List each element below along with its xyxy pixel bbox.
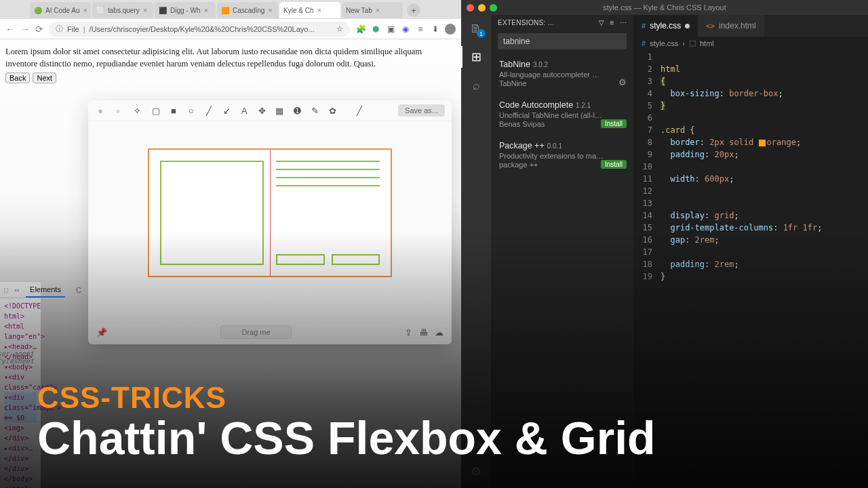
gear-icon[interactable]: ⚙ (618, 77, 627, 87)
tab-label: index.html (719, 21, 756, 30)
close-icon[interactable]: × (143, 6, 147, 14)
pin-icon[interactable]: 📌 (96, 327, 107, 338)
info-icon: ⓘ (56, 24, 63, 34)
extension-item[interactable]: Package ++0.0.1 Productivity extensions … (491, 134, 633, 174)
panel-title: EXTENSIONS: … (498, 19, 593, 26)
extension-author: TabNine (499, 79, 627, 87)
video-title-overlay: CSS-TRICKS Chattin' CSS Flexbox & Grid (37, 381, 656, 461)
mask-icon[interactable]: ▦ (274, 105, 285, 116)
share-icon[interactable]: ⇪ (405, 327, 412, 338)
install-button[interactable]: Install (601, 160, 627, 169)
tab-console[interactable]: C (72, 283, 85, 297)
extension-icon[interactable]: ⬢ (370, 24, 381, 35)
extension-icon[interactable]: ◉ (400, 24, 411, 35)
dom-line: ▸<div>…</div> (4, 443, 37, 464)
code-area[interactable]: 12345678910111213141516171819 html { box… (633, 49, 868, 488)
pencil-icon[interactable]: ╱ (354, 105, 365, 116)
dom-line: </div> (4, 433, 37, 443)
devtools-dom-tree[interactable]: <!DOCTYPE html> <html lang="en"> ▸<head>… (0, 298, 41, 488)
screenshot-tool-window: ● ● ⟡ ▢ ■ ○ ╱ ↙ A ✥ ▦ ➊ ✎ ✿ ╱ Save as... (88, 100, 452, 344)
browser-tab[interactable]: 🟢AI Code Au× (30, 2, 91, 18)
address-field[interactable]: ⓘ File | /Users/chriscoyier/Desktop/Kyle… (49, 22, 350, 37)
extension-icon[interactable]: ≡ (415, 24, 426, 35)
browser-tab[interactable]: 🟧Cascading× (217, 2, 278, 18)
filled-square-icon[interactable]: ■ (168, 105, 179, 116)
device-icon[interactable]: ▭ (15, 286, 19, 293)
dom-line: ▾<div class="image"> == $0 (4, 392, 37, 423)
tab-favicon: 🟢 (34, 7, 42, 14)
crop-icon[interactable]: ⟡ (132, 105, 142, 116)
gear-icon[interactable]: ✿ (327, 105, 338, 116)
extensions-icon[interactable]: ⊞ (468, 49, 484, 65)
dot-icon[interactable]: ● (113, 105, 123, 116)
dom-line: <img> (4, 423, 37, 433)
circle-icon[interactable]: ○ (186, 105, 197, 116)
minimize-window-button[interactable] (478, 4, 486, 12)
brush-icon[interactable]: ✎ (309, 105, 320, 116)
forward-button[interactable]: → (20, 24, 30, 35)
drag-handle[interactable]: Drag me (220, 325, 291, 339)
close-icon[interactable]: × (83, 6, 87, 14)
close-icon[interactable]: × (376, 6, 380, 14)
extension-icon[interactable]: 🧩 (355, 24, 366, 35)
install-button[interactable]: Install (601, 119, 627, 128)
dot-icon[interactable]: ● (95, 105, 106, 116)
back-button[interactable]: ← (5, 24, 15, 35)
browser-tab[interactable]: ⬜tabs.query× (92, 2, 153, 18)
tab-label: Kyle & Ch (283, 7, 313, 14)
tab-label: Digg - Wh (170, 7, 200, 14)
editor-tab[interactable]: <> index.html (698, 15, 764, 37)
css-file-icon: # (642, 39, 646, 47)
tab-elements[interactable]: Elements (26, 283, 65, 298)
filter-icon[interactable]: ▽ (599, 19, 604, 26)
extensions-header: EXTENSIONS: … ▽ ≡ ⋯ (491, 15, 633, 30)
explorer-icon[interactable]: 🗎1 (468, 20, 484, 37)
preview-line (276, 169, 380, 170)
editor-tab-active[interactable]: # style.css (633, 15, 698, 37)
browser-tab[interactable]: New Tab× (342, 2, 403, 18)
next-button[interactable]: Next (33, 73, 56, 83)
breadcrumb-item: html (700, 39, 714, 47)
cloud-icon[interactable]: ☁ (435, 327, 443, 338)
star-icon[interactable]: ☆ (336, 24, 343, 33)
extensions-search-input[interactable] (498, 33, 627, 49)
square-icon[interactable]: ▢ (151, 105, 161, 116)
address-prefix: File (67, 25, 79, 33)
new-tab-button[interactable]: + (407, 3, 420, 17)
tab-label: style.css (650, 21, 681, 30)
breadcrumb[interactable]: # style.css › ⬚ html (633, 37, 868, 49)
extension-item[interactable]: Code Autocomplete1.2.1 Unofficial TabNin… (491, 93, 633, 134)
print-icon[interactable]: 🖶 (419, 327, 428, 338)
screenshot-canvas (88, 121, 452, 291)
browser-tab-active[interactable]: Kyle & Ch× (279, 2, 340, 18)
avatar[interactable] (445, 24, 456, 35)
dom-line: </div> (4, 464, 37, 474)
maximize-window-button[interactable] (490, 4, 497, 12)
line-icon[interactable]: ╱ (203, 105, 214, 116)
close-window-button[interactable] (467, 4, 474, 12)
clear-icon[interactable]: ≡ (610, 19, 614, 26)
search-icon[interactable]: ⌕ (468, 77, 484, 94)
extension-icon[interactable]: ▣ (385, 24, 396, 35)
extension-version: 0.0.1 (547, 142, 562, 150)
number-icon[interactable]: ➊ (292, 105, 302, 116)
toolbar-icons: 🧩 ⬢ ▣ ◉ ≡ ⬇ (355, 24, 456, 35)
extension-icon[interactable]: ⬇ (430, 24, 441, 35)
extension-item[interactable]: TabNine3.0.2 All-language autocompleter … (491, 52, 633, 93)
gear-icon[interactable]: ⚙ (468, 464, 484, 480)
close-icon[interactable]: × (203, 6, 208, 14)
inspect-icon[interactable]: ⬚ (4, 286, 8, 293)
browser-tab[interactable]: ⬛Digg - Wh× (155, 2, 216, 18)
extension-version: 3.0.2 (533, 61, 548, 68)
close-icon[interactable]: × (268, 6, 272, 14)
move-icon[interactable]: ✥ (256, 105, 267, 116)
reload-button[interactable]: ⟳ (35, 24, 43, 35)
save-as-button[interactable]: Save as... (398, 104, 445, 117)
close-icon[interactable]: × (317, 6, 321, 14)
preview-line (276, 177, 380, 178)
back-button[interactable]: Back (5, 73, 30, 83)
text-icon[interactable]: A (239, 105, 250, 116)
dirty-indicator-icon (685, 24, 690, 28)
more-icon[interactable]: ⋯ (620, 19, 627, 26)
arrow-icon[interactable]: ↙ (221, 105, 232, 116)
